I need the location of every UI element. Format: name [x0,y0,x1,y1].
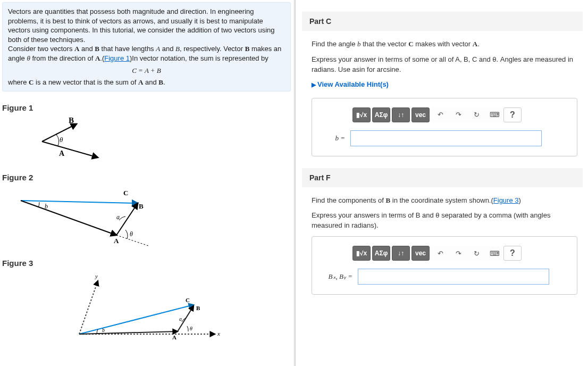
vec-button[interactable]: vec [411,107,430,122]
help-button[interactable]: ? [503,246,522,261]
scripts-button[interactable]: ↓↑ [392,246,410,261]
intro-paragraph-1: Vectors are quantities that possess both… [8,7,274,44]
figure-3-link[interactable]: Figure 3 [493,196,519,204]
keyboard-button[interactable]: ⌨ [485,107,503,122]
equation: C = A + B [8,66,285,76]
svg-text:θ: θ [60,136,63,144]
figure-2-label: Figure 2 [2,173,291,182]
reset-button[interactable]: ↻ [467,107,485,122]
intro-p3d: . [163,78,165,86]
redo-button[interactable]: ↷ [449,107,467,122]
len-A: A [156,45,160,53]
svg-text:θ: θ [190,326,192,331]
part-f-question: Find the components of B in the coordina… [312,196,577,206]
svg-line-17 [79,305,194,334]
undo-button[interactable]: ↶ [431,246,449,261]
part-f-answer-box: ▮√x ΑΣφ ↓↑ vec ↶ ↷ ↻ ⌨ ? Bₓ, Bᵧ = [312,236,577,295]
part-c-instructions: Express your answer in terms of some or … [312,55,577,75]
part-c-hints-toggle[interactable]: View Available Hint(s) [312,80,389,88]
svg-text:B: B [139,202,144,210]
vec-A2: A [95,54,100,62]
svg-line-0 [42,142,98,157]
equation-toolbar-2: ▮√x ΑΣφ ↓↑ vec ↶ ↷ ↻ ⌨ ? [352,245,568,261]
svg-text:A: A [59,149,65,157]
part-f-block: Find the components of B in the coordina… [302,196,583,295]
intro-p2e: , respectively. Vector [180,45,245,53]
figure-1-link[interactable]: Figure 1 [104,54,130,62]
scripts-button[interactable]: ↓↑ [392,107,410,122]
part-c-input-label: b = [321,134,345,143]
svg-text:A: A [114,237,119,245]
part-c-answer-box: ▮√x ΑΣφ ↓↑ vec ↶ ↷ ↻ ⌨ ? b = [312,98,577,156]
help-button[interactable]: ? [503,107,522,122]
vec-C: C [29,78,33,86]
svg-text:b: b [102,327,105,333]
svg-text:B: B [196,305,200,311]
intro-p3c: and [143,78,158,86]
part-f-instructions: Express your answers in terms of B and θ… [312,211,577,231]
svg-text:a: a [116,213,120,221]
part-c-header: Part C [302,12,583,31]
figure-3-label: Figure 3 [2,259,291,268]
part-c-block: Find the angle b that the vector C makes… [302,39,583,156]
part-f-header: Part F [302,168,583,187]
intro-p2c: that have lengths [99,45,156,53]
problem-intro: Vectors are quantities that possess both… [2,2,291,91]
figure-1: B A θ [2,118,291,165]
vec-B: B [95,45,99,53]
left-panel: Vectors are quantities that possess both… [0,0,294,366]
part-f-input-label: Bₓ, Bᵧ = [321,272,352,281]
part-f-answer-input[interactable] [358,269,549,285]
svg-line-5 [21,201,138,203]
svg-text:θ: θ [130,230,133,238]
part-c-question: Find the angle b that the vector C makes… [312,39,577,49]
svg-text:b: b [45,203,48,210]
svg-text:C: C [186,297,190,303]
intro-p3a: where [8,78,29,86]
figure-2: C B A b a θ [2,187,291,251]
intro-p2i: )In vector notation, the sum is represen… [130,54,268,62]
vec-A3: A [138,78,143,86]
reset-button[interactable]: ↻ [467,246,485,261]
svg-text:A: A [172,334,177,340]
svg-line-16 [79,281,98,334]
intro-p2b: and [79,45,95,53]
figure-1-label: Figure 1 [2,103,291,112]
templates-button[interactable]: ▮√x [352,107,371,122]
redo-button[interactable]: ↷ [449,246,467,261]
svg-text:y: y [95,273,98,279]
svg-text:C: C [123,189,128,197]
vec-B3: B [158,78,163,86]
greek-button[interactable]: ΑΣφ [372,107,390,122]
len-B: B [175,45,180,53]
intro-p2d: and [160,45,175,53]
vec-button[interactable]: vec [411,246,430,261]
part-c-answer-input[interactable] [350,130,542,146]
figure-3: y x C B A b a θ [2,273,291,342]
keyboard-button[interactable]: ⌨ [485,246,503,261]
greek-button[interactable]: ΑΣφ [372,246,390,261]
svg-text:B: B [69,118,74,124]
vec-A: A [74,45,79,53]
svg-text:a: a [179,316,182,322]
intro-p3b: is a new vector that is the sum of [33,78,138,86]
equation-toolbar: ▮√x ΑΣφ ↓↑ vec ↶ ↷ ↻ ⌨ ? [352,107,568,123]
right-panel: Part C Find the angle b that the vector … [294,0,588,366]
intro-p2g: from the direction of [30,54,95,62]
svg-line-6 [21,201,116,235]
intro-p2a: Consider two vectors [8,45,74,53]
svg-line-7 [116,203,138,235]
undo-button[interactable]: ↶ [431,107,449,122]
templates-button[interactable]: ▮√x [352,246,371,261]
svg-text:x: x [217,330,220,337]
